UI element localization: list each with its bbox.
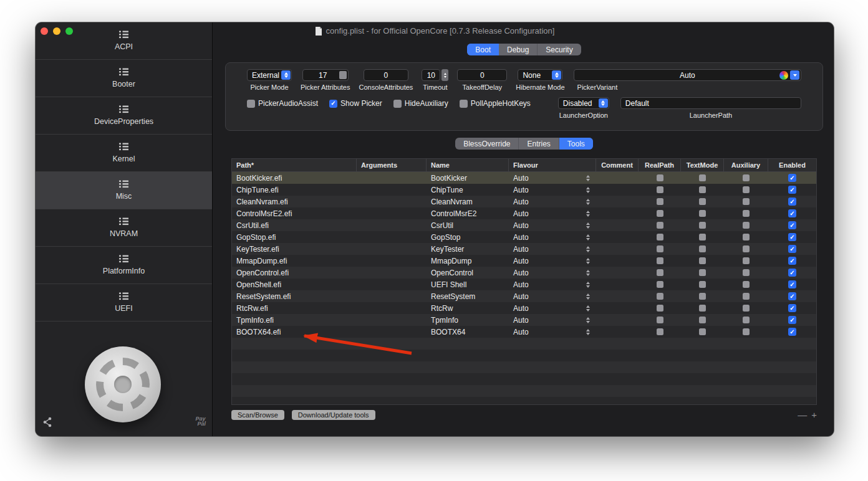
column-header-comment[interactable]: Comment	[596, 159, 639, 171]
picker-variant-field[interactable]: Auto	[574, 69, 801, 81]
picker-mode-select[interactable]: External	[247, 69, 292, 81]
table-row[interactable]: ResetSystem.efi ResetSystem Auto ✓	[232, 290, 816, 302]
auxiliary-checkbox[interactable]	[743, 245, 750, 252]
enabled-checkbox[interactable]: ✓	[788, 292, 796, 300]
textmode-checkbox[interactable]	[699, 293, 706, 300]
enabled-checkbox[interactable]: ✓	[788, 316, 796, 324]
tab-entries[interactable]: Entries	[519, 138, 559, 150]
auxiliary-checkbox[interactable]	[743, 210, 750, 217]
textmode-checkbox[interactable]	[699, 317, 706, 323]
auxiliary-checkbox[interactable]	[743, 198, 750, 205]
table-row[interactable]: RtcRw.efi RtcRw Auto ✓	[232, 302, 816, 314]
checkbox-pollapplehotkeys[interactable]: ✓ PollAppleHotKeys	[460, 99, 531, 108]
close-button[interactable]	[41, 27, 48, 35]
column-header-arguments[interactable]: Arguments	[357, 159, 427, 171]
sidebar-item-uefi[interactable]: UEFI	[36, 284, 212, 321]
takeoff-delay-field[interactable]: 0	[457, 69, 507, 81]
auxiliary-checkbox[interactable]	[743, 186, 750, 193]
enabled-checkbox[interactable]: ✓	[788, 209, 796, 217]
timeout-field[interactable]: 10	[422, 69, 440, 81]
picker-attributes-field[interactable]: 17	[302, 69, 349, 81]
textmode-checkbox[interactable]	[699, 198, 706, 205]
tab-debug[interactable]: Debug	[499, 44, 538, 55]
enabled-checkbox[interactable]: ✓	[788, 174, 796, 182]
column-header-auxiliary[interactable]: Auxiliary	[724, 159, 768, 171]
textmode-checkbox[interactable]	[699, 174, 706, 181]
table-row[interactable]: ControlMsrE2.efi ControlMsrE2 Auto ✓	[232, 207, 816, 219]
textmode-checkbox[interactable]	[699, 269, 706, 276]
console-attributes-field[interactable]: 0	[364, 69, 408, 81]
column-header-flavour[interactable]: Flavour	[509, 159, 596, 171]
sidebar-item-deviceproperties[interactable]: DeviceProperties	[36, 97, 212, 135]
realpath-checkbox[interactable]	[657, 317, 663, 323]
textmode-checkbox[interactable]	[699, 281, 706, 288]
textmode-checkbox[interactable]	[699, 257, 706, 264]
table-row[interactable]: OpenControl.efi OpenControl Auto ✓	[232, 267, 816, 279]
realpath-checkbox[interactable]	[657, 245, 663, 252]
flavour-stepper[interactable]	[586, 246, 590, 252]
checkbox-hideauxiliary[interactable]: ✓ HideAuxiliary	[393, 99, 448, 108]
minimize-button[interactable]	[53, 27, 60, 35]
flavour-stepper[interactable]	[586, 293, 590, 300]
textmode-checkbox[interactable]	[699, 305, 706, 312]
textmode-checkbox[interactable]	[699, 186, 706, 193]
table-row[interactable]: TpmInfo.efi TpmInfo Auto ✓	[232, 314, 816, 326]
flavour-stepper[interactable]	[586, 270, 590, 276]
tab-security[interactable]: Security	[538, 44, 581, 55]
flavour-stepper[interactable]	[586, 175, 590, 181]
add-tool-button[interactable]: +	[811, 411, 817, 419]
auxiliary-checkbox[interactable]	[743, 317, 750, 323]
auxiliary-checkbox[interactable]	[743, 305, 750, 312]
enabled-checkbox[interactable]: ✓	[788, 304, 796, 312]
enabled-checkbox[interactable]: ✓	[788, 257, 796, 265]
auxiliary-checkbox[interactable]	[743, 281, 750, 288]
auxiliary-checkbox[interactable]	[743, 174, 750, 181]
realpath-checkbox[interactable]	[657, 293, 663, 300]
flavour-stepper[interactable]	[586, 317, 590, 323]
realpath-checkbox[interactable]	[657, 269, 663, 276]
auxiliary-checkbox[interactable]	[743, 293, 750, 300]
launcher-option-select[interactable]: Disabled	[558, 97, 609, 109]
realpath-checkbox[interactable]	[657, 198, 663, 205]
flavour-stepper[interactable]	[586, 211, 590, 217]
enabled-checkbox[interactable]: ✓	[788, 269, 796, 277]
textmode-checkbox[interactable]	[699, 328, 706, 335]
flavour-stepper[interactable]	[586, 305, 590, 312]
table-row[interactable]: KeyTester.efi KeyTester Auto ✓	[232, 243, 816, 255]
sidebar-item-misc[interactable]: Misc	[36, 172, 212, 209]
flavour-stepper[interactable]	[586, 234, 590, 240]
column-header-enabled[interactable]: Enabled	[768, 159, 816, 171]
download-update-button[interactable]: Download/Update tools	[292, 410, 375, 420]
flavour-stepper[interactable]	[586, 222, 590, 229]
enabled-checkbox[interactable]: ✓	[788, 221, 796, 229]
share-icon[interactable]	[42, 417, 52, 427]
realpath-checkbox[interactable]	[657, 328, 663, 335]
flavour-stepper[interactable]	[586, 187, 590, 193]
flavour-stepper[interactable]	[586, 258, 590, 264]
textmode-checkbox[interactable]	[699, 222, 706, 229]
table-row[interactable]: OpenShell.efi UEFI Shell Auto ✓	[232, 279, 816, 290]
table-row[interactable]: ChipTune.efi ChipTune Auto ✓	[232, 184, 816, 196]
flavour-stepper[interactable]	[586, 329, 590, 335]
tab-tools[interactable]: Tools	[559, 138, 593, 150]
table-row[interactable]: CleanNvram.efi CleanNvram Auto ✓	[232, 196, 816, 207]
scan-browse-button[interactable]: Scan/Browse	[231, 410, 284, 420]
auxiliary-checkbox[interactable]	[743, 269, 750, 276]
picker-variant-dropdown-button[interactable]	[790, 70, 799, 80]
table-row[interactable]: GopStop.efi GopStop Auto ✓	[232, 231, 816, 243]
table-row[interactable]: BOOTX64.efi BOOTX64 Auto ✓	[232, 326, 816, 338]
enabled-checkbox[interactable]: ✓	[788, 280, 796, 288]
flavour-stepper[interactable]	[586, 199, 590, 205]
flavour-stepper[interactable]	[586, 282, 590, 288]
textmode-checkbox[interactable]	[699, 234, 706, 240]
checkbox-pickeraudioassist[interactable]: ✓ PickerAudioAssist	[247, 99, 318, 108]
realpath-checkbox[interactable]	[657, 281, 663, 288]
auxiliary-checkbox[interactable]	[743, 257, 750, 264]
zoom-button[interactable]	[65, 27, 73, 35]
tab-blessoverride[interactable]: BlessOverride	[455, 138, 519, 150]
column-header-name[interactable]: Name	[427, 159, 509, 171]
column-header-realpath[interactable]: RealPath	[639, 159, 681, 171]
table-row[interactable]: MmapDump.efi MmapDump Auto ✓	[232, 255, 816, 267]
column-header-textmode[interactable]: TextMode	[681, 159, 724, 171]
textmode-checkbox[interactable]	[699, 245, 706, 252]
